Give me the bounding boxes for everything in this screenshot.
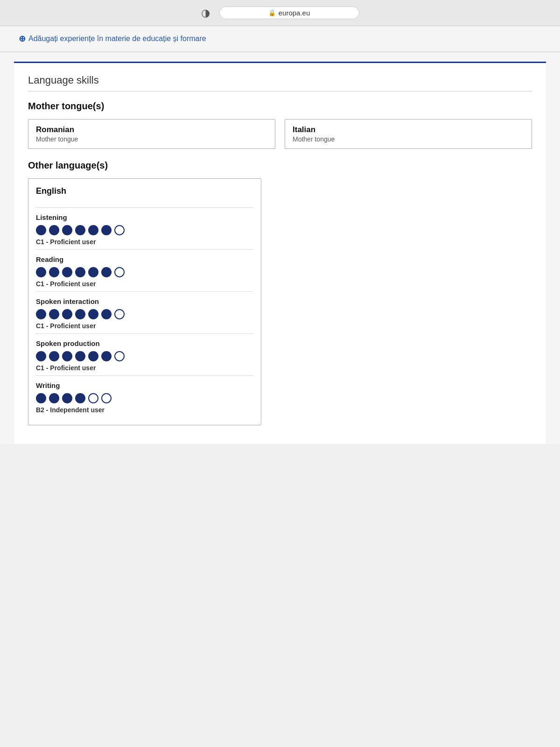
dot-filled bbox=[36, 267, 46, 277]
dot-empty bbox=[114, 309, 125, 319]
dot-filled bbox=[62, 393, 72, 403]
romanian-label: Mother tongue bbox=[36, 135, 267, 143]
page-content: ⊕ Adăugați experiențe în materie de educ… bbox=[0, 26, 560, 444]
skill-row: WritingB2 - Independent user bbox=[36, 375, 253, 417]
dot-filled bbox=[101, 309, 112, 319]
dots-row bbox=[36, 351, 253, 361]
skill-label: Writing bbox=[36, 381, 253, 389]
skill-row: ReadingC1 - Proficient user bbox=[36, 249, 253, 291]
dot-filled bbox=[49, 393, 59, 403]
plus-icon: ⊕ bbox=[19, 34, 26, 44]
dot-filled bbox=[101, 267, 112, 277]
italian-card: Italian Mother tongue bbox=[285, 119, 532, 149]
shield-icon: ◑ bbox=[201, 7, 210, 19]
dot-filled bbox=[49, 225, 59, 235]
mother-tongue-title: Mother tongue(s) bbox=[28, 101, 532, 112]
skill-label: Spoken production bbox=[36, 339, 253, 347]
skill-level: C1 - Proficient user bbox=[36, 364, 253, 372]
dot-filled bbox=[88, 267, 98, 277]
add-education-label: Adăugați experiențe în materie de educaț… bbox=[28, 35, 206, 43]
skill-row: Spoken interactionC1 - Proficient user bbox=[36, 291, 253, 333]
dot-filled bbox=[101, 351, 112, 361]
section-title: Language skills bbox=[28, 74, 532, 92]
dot-filled bbox=[75, 393, 85, 403]
dot-filled bbox=[36, 309, 46, 319]
dots-row bbox=[36, 393, 253, 403]
dot-empty bbox=[101, 393, 112, 403]
skill-label: Spoken interaction bbox=[36, 297, 253, 305]
lock-icon: 🔒 bbox=[268, 9, 276, 16]
mother-tongue-grid: Romanian Mother tongue Italian Mother to… bbox=[28, 119, 532, 149]
dot-filled bbox=[75, 351, 85, 361]
url-bar[interactable]: 🔒 europa.eu bbox=[219, 7, 359, 19]
skill-row: ListeningC1 - Proficient user bbox=[36, 207, 253, 249]
skill-level: C1 - Proficient user bbox=[36, 238, 253, 246]
dot-filled bbox=[88, 351, 98, 361]
skill-level: C1 - Proficient user bbox=[36, 280, 253, 288]
url-text: europa.eu bbox=[279, 9, 310, 17]
add-education-banner: ⊕ Adăugați experiențe în materie de educ… bbox=[0, 26, 560, 52]
dot-filled bbox=[49, 267, 59, 277]
dot-filled bbox=[75, 225, 85, 235]
dot-filled bbox=[36, 225, 46, 235]
dots-row bbox=[36, 225, 253, 235]
skill-row: Spoken productionC1 - Proficient user bbox=[36, 333, 253, 375]
dot-empty bbox=[88, 393, 98, 403]
skill-level: B2 - Independent user bbox=[36, 406, 253, 414]
skill-label: Reading bbox=[36, 255, 253, 263]
dot-filled bbox=[49, 351, 59, 361]
italian-label: Mother tongue bbox=[293, 135, 524, 143]
dot-filled bbox=[75, 309, 85, 319]
dots-row bbox=[36, 267, 253, 277]
dot-empty bbox=[114, 351, 125, 361]
italian-name: Italian bbox=[293, 125, 524, 134]
dot-filled bbox=[88, 309, 98, 319]
dot-filled bbox=[62, 309, 72, 319]
dot-filled bbox=[62, 225, 72, 235]
dot-filled bbox=[36, 351, 46, 361]
browser-bar: ◑ 🔒 europa.eu bbox=[0, 0, 560, 26]
dot-filled bbox=[62, 267, 72, 277]
dot-filled bbox=[36, 393, 46, 403]
romanian-card: Romanian Mother tongue bbox=[28, 119, 275, 149]
skill-level: C1 - Proficient user bbox=[36, 322, 253, 330]
romanian-name: Romanian bbox=[36, 125, 267, 134]
dot-filled bbox=[49, 309, 59, 319]
dots-row bbox=[36, 309, 253, 319]
language-skills-section: Language skills Mother tongue(s) Romania… bbox=[14, 62, 546, 444]
dot-empty bbox=[114, 267, 125, 277]
dot-filled bbox=[88, 225, 98, 235]
english-name: English bbox=[36, 186, 253, 201]
dot-filled bbox=[101, 225, 112, 235]
english-block: English ListeningC1 - Proficient userRea… bbox=[28, 178, 261, 425]
english-skills-container: ListeningC1 - Proficient userReadingC1 -… bbox=[36, 207, 253, 417]
dot-filled bbox=[75, 267, 85, 277]
skill-label: Listening bbox=[36, 213, 253, 221]
other-languages-title: Other language(s) bbox=[28, 160, 532, 171]
dot-filled bbox=[62, 351, 72, 361]
dot-empty bbox=[114, 225, 125, 235]
add-education-link[interactable]: ⊕ Adăugați experiențe în materie de educ… bbox=[19, 34, 541, 44]
